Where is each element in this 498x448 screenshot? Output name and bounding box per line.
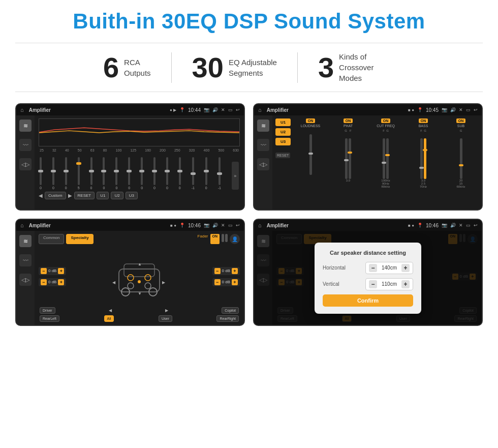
- nav-right[interactable]: ▶: [165, 308, 168, 313]
- user-btn[interactable]: User: [159, 315, 172, 322]
- battery-icon-1: ▭: [228, 107, 233, 112]
- right-bottom-control: − 0 dB +: [212, 278, 240, 286]
- svg-point-11: [138, 280, 141, 283]
- screen-content-2: ≋ 〰 ◁▷ U1 U2 U3 RESET ON: [254, 115, 482, 210]
- copilot-btn[interactable]: Copilot: [222, 307, 239, 314]
- screen-content-1: ≋ 〰 ◁▷ 25: [16, 115, 244, 210]
- stat-text-eq: EQ AdjustableSegments: [229, 57, 277, 78]
- horizontal-plus[interactable]: +: [401, 264, 410, 272]
- xover-u2[interactable]: U2: [275, 128, 291, 136]
- fader-on-btn[interactable]: ON: [210, 234, 220, 244]
- left-top-value: 0 dB: [48, 268, 56, 273]
- phat-slider: [345, 133, 351, 179]
- horizontal-minus[interactable]: −: [369, 264, 377, 272]
- xover-loudness: ON LOUDNESS: [293, 118, 328, 206]
- left-top-minus[interactable]: −: [41, 268, 47, 274]
- all-btn[interactable]: All: [104, 315, 114, 322]
- app-name-3: Amplifier: [27, 223, 167, 228]
- preset-custom: Custom: [45, 192, 66, 199]
- vertical-plus[interactable]: +: [401, 280, 410, 288]
- car-diagram: ▲ ▼ ◀ ▶: [69, 256, 209, 297]
- eq-slider-8: 0: [141, 157, 143, 190]
- confirm-button[interactable]: Confirm: [323, 294, 413, 307]
- u2-btn[interactable]: U2: [111, 192, 123, 199]
- eq-main: 25 32 40 50 63 80 100 125 160 200 250 32…: [35, 115, 244, 210]
- xover-phat: ON PHAT G F 3.0: [330, 118, 366, 206]
- status-dots-1: ● ▶: [170, 108, 176, 112]
- dialog-overlay: Car speaker distance setting Horizontal …: [254, 231, 482, 325]
- right-bottom-plus[interactable]: +: [232, 279, 238, 285]
- u3-btn[interactable]: U3: [126, 192, 138, 199]
- svg-point-7: [128, 275, 134, 281]
- sidebar-speaker-icon-3[interactable]: ◁▷: [19, 274, 32, 286]
- xover-sub: ON SUB G 20 15 60kHz: [443, 118, 479, 206]
- sidebar-eq-icon-3[interactable]: ≋: [19, 235, 32, 247]
- eq-slider-3: 5: [78, 157, 80, 190]
- time-3: 10:46: [188, 223, 201, 228]
- eq-slider-12: -1: [192, 157, 195, 190]
- driver-btn[interactable]: Driver: [40, 307, 55, 314]
- volume-icon-3: 🔊: [212, 223, 218, 228]
- channel-cutfreq-label: CUT FREQ: [377, 124, 395, 128]
- sidebar-speaker-icon[interactable]: ◁▷: [19, 158, 32, 170]
- rearleft-btn[interactable]: RearLeft: [40, 315, 59, 322]
- stat-crossover: 3 Kinds ofCrossover Modes: [298, 48, 415, 86]
- eq-sliders: 0 0 0 5: [39, 154, 240, 190]
- left-bottom-plus[interactable]: +: [58, 279, 64, 285]
- xover-cutfreq: ON CUT FREQ F G 100Hz 90Hz 80kHz: [368, 118, 403, 206]
- right-top-minus[interactable]: −: [214, 268, 221, 274]
- xover-u3[interactable]: U3: [275, 138, 291, 145]
- page-title: Buith-in 30EQ DSP Sound System: [15, 9, 483, 34]
- prev-btn[interactable]: ◀: [39, 193, 43, 198]
- bottom-btns-3: Driver ◀ ▶ Copilot: [39, 307, 240, 314]
- eq-graph: [39, 118, 240, 146]
- more-icon[interactable]: »: [232, 162, 239, 190]
- vertical-control: − 110cm +: [365, 278, 413, 290]
- sidebar-wave-icon-3[interactable]: 〰: [19, 254, 32, 266]
- horizontal-label: Horizontal: [323, 265, 346, 271]
- close-icon-1: ✕: [221, 107, 225, 112]
- stat-text-crossover: Kinds ofCrossover Modes: [339, 51, 395, 83]
- sidebar-wave-icon-2[interactable]: 〰: [257, 139, 269, 151]
- fader-main: Common Specialty Fader ON 👤: [35, 231, 244, 325]
- sidebar-eq-icon[interactable]: ≋: [19, 120, 32, 132]
- rearright-btn[interactable]: RearRight: [216, 315, 239, 322]
- on-badge-phat: ON: [344, 118, 353, 123]
- svg-text:◀: ◀: [112, 280, 116, 285]
- left-bottom-minus[interactable]: −: [41, 279, 47, 285]
- sidebar-eq-icon-2[interactable]: ≋: [257, 120, 269, 132]
- sidebar-speaker-icon-2[interactable]: ◁▷: [257, 158, 269, 170]
- xover-u1[interactable]: U1: [275, 118, 291, 126]
- stat-text-rca: RCAOutputs: [124, 57, 151, 78]
- volume-icon-2: 🔊: [450, 107, 456, 112]
- sidebar-wave-icon[interactable]: 〰: [19, 139, 32, 151]
- reset-xover-btn[interactable]: RESET: [275, 150, 291, 159]
- right-top-plus[interactable]: +: [232, 268, 238, 274]
- reset-btn[interactable]: RESET: [74, 192, 95, 199]
- next-btn[interactable]: ▶: [68, 193, 72, 198]
- vertical-row: Vertical − 110cm +: [323, 278, 413, 290]
- status-bar-3: ⌂ Amplifier ■ ● 📍 10:46 📷 🔊 ✕ ▭ ↩: [16, 220, 244, 231]
- on-badge-loudness: ON: [306, 118, 316, 123]
- nav-left[interactable]: ◀: [109, 308, 112, 313]
- volume-icon-1: 🔊: [212, 107, 218, 112]
- xover-bass: ON BASS F G 3.0 2.5 70Hz: [406, 118, 441, 206]
- battery-icon-2: ▭: [466, 107, 471, 112]
- vertical-minus[interactable]: −: [369, 280, 377, 288]
- svg-point-8: [145, 275, 151, 281]
- tab-specialty[interactable]: Specialty: [66, 234, 93, 244]
- right-bottom-minus[interactable]: −: [214, 279, 221, 285]
- fader-tabs: Common Specialty Fader ON 👤: [39, 234, 240, 244]
- stat-number-eq: 30: [192, 53, 224, 82]
- status-bar-2: ⌂ Amplifier ■ ● 📍 10:45 📷 🔊 ✕ ▭ ↩: [254, 104, 482, 115]
- u1-btn[interactable]: U1: [97, 192, 109, 199]
- status-bar-4: ⌂ Amplifier ■ ● 📍 10:46 📷 🔊 ✕ ▭ ↩: [254, 220, 482, 231]
- stat-rca: 6 RCAOutputs: [83, 50, 171, 85]
- back-icon-2: ↩: [474, 107, 478, 112]
- tab-common[interactable]: Common: [39, 234, 64, 244]
- profile-btn[interactable]: 👤: [230, 234, 240, 244]
- eq-slider-0: 0: [40, 157, 42, 190]
- screen-content-4: ≋ 〰 ◁▷ Common Specialty ON: [254, 231, 482, 325]
- left-top-plus[interactable]: +: [58, 268, 64, 274]
- time-1: 10:44: [188, 107, 201, 113]
